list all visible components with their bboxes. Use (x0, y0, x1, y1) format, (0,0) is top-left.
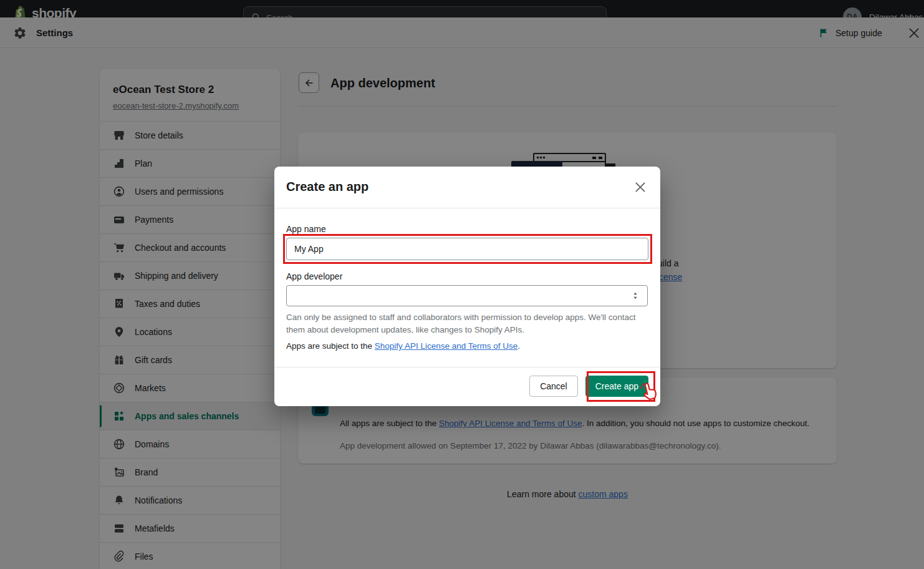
modal-header-divider (274, 208, 660, 208)
create-app-button[interactable]: Create app (585, 376, 648, 397)
cancel-button[interactable]: Cancel (529, 376, 578, 397)
create-app-modal: Create an app App name App developer Can… (274, 167, 660, 406)
modal-footer-divider (274, 367, 660, 367)
developer-helper-text: Can only be assigned to staff and collab… (286, 311, 648, 336)
select-stepper-icon (630, 290, 641, 301)
apps-subject-line: Apps are subject to the Shopify API Lice… (286, 341, 520, 351)
modal-title: Create an app (286, 180, 368, 194)
app-name-label: App name (286, 224, 326, 234)
modal-close-icon[interactable] (633, 180, 647, 194)
app-name-input[interactable] (286, 238, 648, 260)
app-developer-label: App developer (286, 271, 342, 281)
app-developer-select[interactable] (286, 285, 648, 306)
modal-license-link[interactable]: Shopify API License and Terms of Use (375, 341, 517, 351)
